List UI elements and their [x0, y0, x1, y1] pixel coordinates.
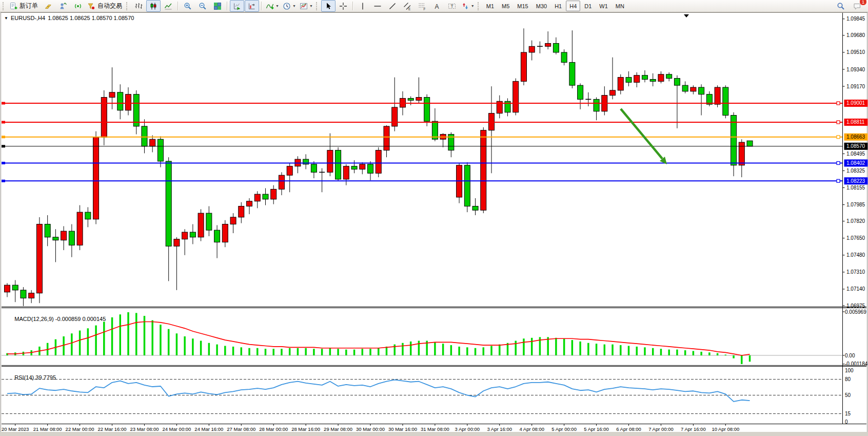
notification-badge: 1 [859, 0, 867, 6]
collapse-arrow-icon[interactable]: ▼ [4, 16, 8, 21]
vertical-line-icon [359, 2, 367, 10]
text-icon: A [433, 2, 441, 10]
timeframe-h4-button[interactable]: H4 [566, 1, 580, 11]
toolbar-drag-handle[interactable] [478, 2, 481, 10]
time-axis-label: 21 Mar 08:00 [33, 426, 62, 432]
candlestick-chart-button[interactable] [146, 0, 161, 12]
time-axis-label: 23 Mar 08:00 [130, 426, 159, 432]
time-axis-label: 29 Mar 08:00 [324, 426, 352, 432]
macd-signal-value: 0.000145 [82, 316, 106, 322]
bar-chart-icon [134, 2, 143, 10]
hline-anchor-square[interactable] [837, 121, 840, 124]
timeframe-m5-button[interactable]: M5 [498, 1, 513, 11]
auto-scroll-button[interactable] [230, 0, 244, 12]
candle [222, 224, 228, 242]
candle [343, 166, 349, 179]
candle [157, 139, 163, 161]
vertical-line-button[interactable] [356, 0, 370, 12]
line-chart-button[interactable] [161, 0, 175, 12]
equidistant-channel-button[interactable]: E [400, 0, 415, 12]
candle [247, 201, 252, 206]
fibonacci-button[interactable]: F [415, 0, 429, 12]
candle [368, 164, 373, 174]
rsi-axis-label: 50 [845, 392, 851, 398]
toolbar: 新订单自动交易▼▼▼EFAT▼M1M5M15M30H1H4D1W1MN1 [0, 0, 868, 12]
candle [53, 237, 58, 240]
toolbar-separator [177, 2, 179, 10]
candle [336, 150, 341, 179]
time-axis-label: 22 Mar 00:00 [66, 426, 94, 432]
candle [723, 87, 728, 115]
price-axis-label: 1.08325 [846, 168, 865, 174]
toolbar-drag-handle[interactable] [316, 2, 320, 10]
macd-main-value: -0.000859 [55, 316, 81, 322]
trader-navigator-button[interactable] [56, 0, 70, 12]
candle [36, 224, 42, 293]
candle [626, 78, 632, 83]
broadcast-button[interactable] [71, 0, 85, 12]
text-button[interactable]: A [430, 0, 444, 12]
chart-shift-button[interactable] [245, 0, 259, 12]
timeframe-h1-button[interactable]: H1 [551, 1, 565, 11]
hline-left-marker [2, 180, 5, 182]
hline-left-marker [2, 136, 5, 138]
templates-dropdown-caret-icon[interactable]: ▼ [309, 4, 313, 8]
text-label-button[interactable]: T [445, 0, 459, 12]
line-chart-icon [164, 2, 172, 10]
timeframe-m15-button[interactable]: M15 [514, 1, 531, 11]
price-axis-label: 1.09680 [846, 32, 865, 38]
toolbar-drag-handle[interactable] [3, 2, 6, 10]
time-axis-label: 27 Mar 08:00 [227, 426, 255, 432]
zoom-out-icon [199, 2, 207, 10]
hline-anchor-square[interactable] [837, 102, 840, 105]
arrows-button[interactable]: ▼ [460, 0, 476, 12]
price-axis-label: 1.06975 [846, 303, 865, 309]
timeframe-w1-button[interactable]: W1 [596, 1, 611, 11]
timeframe-d1-button[interactable]: D1 [581, 1, 595, 11]
candle [472, 206, 478, 211]
bar-chart-button[interactable] [131, 0, 146, 12]
broadcast-icon [74, 2, 82, 10]
timeframe-mn-button[interactable]: MN [612, 1, 628, 11]
hline-left-marker [2, 102, 5, 104]
chart-shift-icon [248, 2, 256, 10]
hline-left-marker [2, 162, 5, 164]
cursor-button[interactable] [321, 0, 336, 12]
macd-name: MACD(12,26,9) [14, 316, 53, 322]
toolbar-separator [261, 2, 262, 10]
timeframe-m1-button[interactable]: M1 [483, 1, 498, 11]
new-order-icon [9, 2, 17, 10]
periods-button[interactable]: ▼ [281, 0, 298, 12]
price-axis-label: 1.08495 [846, 151, 865, 157]
candle [351, 166, 357, 169]
timeframe-m30-button[interactable]: M30 [532, 1, 550, 11]
templates-button[interactable]: ▼ [298, 0, 314, 12]
periods-dropdown-caret-icon[interactable]: ▼ [292, 4, 296, 8]
zoom-in-button[interactable] [181, 0, 195, 12]
hline-anchor-square[interactable] [837, 179, 840, 182]
indicators-button[interactable]: ▼ [264, 0, 281, 12]
search-button[interactable] [834, 0, 848, 12]
chart-canvas[interactable]: 1.090011.088111.086631.085701.084021.082… [0, 12, 868, 436]
autotrading-button[interactable]: 自动交易 [86, 0, 125, 12]
crosshair-button[interactable] [336, 0, 350, 12]
tile-windows-button[interactable] [210, 0, 225, 12]
indicators-dropdown-caret-icon[interactable]: ▼ [275, 4, 279, 8]
svg-text:E: E [408, 7, 411, 10]
time-axis-label: 5 Apr 16:00 [584, 426, 609, 432]
horizontal-line-button[interactable] [370, 0, 385, 12]
arrows-dropdown-caret-icon[interactable]: ▼ [471, 4, 475, 8]
hline-anchor-square[interactable] [837, 136, 840, 139]
zoom-out-button[interactable] [195, 0, 210, 12]
trendline-button[interactable] [385, 0, 400, 12]
gold-bars-button[interactable] [41, 0, 55, 12]
svg-text:A: A [435, 3, 439, 10]
candle [29, 293, 34, 298]
hline-anchor-square[interactable] [837, 161, 840, 164]
chat-button[interactable]: 1 [850, 0, 864, 12]
toolbar-drag-handle[interactable] [126, 2, 130, 10]
new-order-button[interactable]: 新订单 [8, 0, 41, 12]
macd-indicator-label: MACD(12,26,9) -0.000859 0.000145 [5, 310, 106, 328]
arrows-icon [461, 2, 469, 10]
chart-ohlc: 1.08625 1.08625 1.08570 1.08570 [48, 15, 134, 21]
